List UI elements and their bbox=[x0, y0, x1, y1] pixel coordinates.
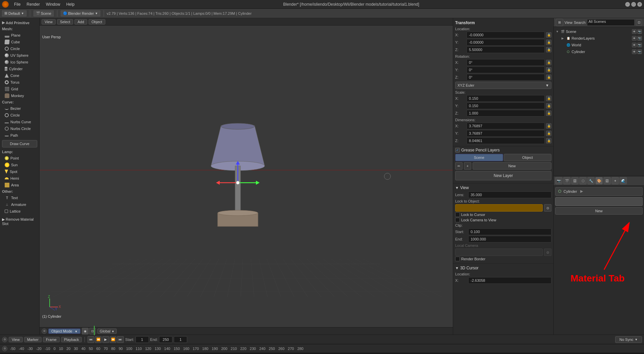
sidebar-item-uvsphere[interactable]: UV Sphere bbox=[0, 52, 39, 59]
props-tab-physics[interactable]: 🌊 bbox=[620, 177, 627, 184]
cursor-x-field[interactable]: -2.63058 bbox=[468, 277, 551, 284]
sidebar-item-torus[interactable]: Torus bbox=[0, 79, 39, 86]
sidebar-item-path[interactable]: Path bbox=[0, 132, 39, 139]
cursor-section-title[interactable]: ▼ 3D Cursor bbox=[455, 265, 551, 271]
cyl-eye-btn[interactable]: 👁 bbox=[632, 49, 637, 54]
viewport-view-btn[interactable]: View bbox=[42, 19, 56, 25]
outliner-filter-icon[interactable]: ⊡ bbox=[636, 19, 642, 26]
scale-x-lock[interactable]: 🔒 bbox=[546, 96, 551, 101]
play-end-btn[interactable]: ⏭ bbox=[117, 336, 124, 343]
world-eye-btn[interactable]: 👁 bbox=[632, 43, 637, 47]
draw-curve-btn[interactable]: Draw Curve bbox=[2, 140, 37, 147]
sidebar-item-bezier[interactable]: Bezier bbox=[0, 105, 39, 112]
scale-z-lock[interactable]: 🔒 bbox=[546, 110, 551, 116]
viewport-canvas[interactable]: User Persp bbox=[40, 26, 453, 327]
add-primitive-title[interactable]: ▶ Add Primitive bbox=[0, 19, 39, 26]
scale-y-field[interactable]: 0.150 bbox=[467, 102, 545, 109]
shading-solid-btn[interactable]: ◉ bbox=[82, 328, 89, 335]
sidebar-item-cone[interactable]: Cone bbox=[0, 72, 39, 79]
scene-eye-btn[interactable]: 👁 bbox=[632, 29, 637, 34]
timeline-frame-btn[interactable]: Frame bbox=[43, 337, 60, 342]
gp-add-icon[interactable]: + bbox=[464, 162, 471, 170]
rl-render-btn[interactable]: 📷 bbox=[637, 36, 642, 41]
clip-end-field[interactable]: 1000.000 bbox=[468, 236, 551, 242]
sidebar-item-armature[interactable]: ⊥ Armature bbox=[0, 201, 39, 208]
sidebar-item-icosphere[interactable]: Ico Sphere bbox=[0, 59, 39, 65]
window-minimize[interactable]: − bbox=[625, 2, 630, 7]
sidebar-item-text[interactable]: T Text bbox=[0, 194, 39, 201]
viewport-select-btn[interactable]: Select bbox=[57, 19, 73, 25]
dim-z-lock[interactable]: 🔒 bbox=[546, 138, 551, 143]
engine-select-btn[interactable]: 🔵 Blender Render ▼ bbox=[60, 10, 101, 17]
props-tab-texture[interactable]: 🖼 bbox=[603, 177, 611, 184]
props-tab-object[interactable]: ⬡ bbox=[579, 177, 587, 184]
global-dropdown[interactable]: Global ▼ bbox=[97, 328, 117, 334]
window-close[interactable]: × bbox=[637, 2, 642, 7]
lens-field[interactable]: 35.000 bbox=[468, 191, 551, 198]
outliner-scene-select[interactable]: All Scenes bbox=[587, 19, 635, 26]
gp-new-btn[interactable]: New bbox=[473, 162, 551, 170]
scale-z-field[interactable]: 1.000 bbox=[467, 110, 545, 117]
gp-object-tab[interactable]: Object bbox=[504, 154, 552, 161]
timeline-view-btn[interactable]: View bbox=[9, 337, 23, 342]
sidebar-item-hemi[interactable]: Hemi bbox=[0, 175, 39, 182]
sidebar-item-spot[interactable]: Spot bbox=[0, 168, 39, 175]
render-layers-tree-item[interactable]: ▶ 📋 RenderLayers 👁 📷 bbox=[554, 35, 644, 42]
outliner-icon-btn[interactable]: ⊞ bbox=[556, 19, 563, 26]
clip-start-field[interactable]: 0.100 bbox=[468, 228, 551, 235]
timeline-playback-btn[interactable]: Playback bbox=[61, 337, 82, 342]
loc-z-field[interactable]: 5.50000 bbox=[467, 46, 545, 53]
props-tab-particles[interactable]: ✦ bbox=[611, 177, 619, 184]
scale-y-lock[interactable]: 🔒 bbox=[546, 103, 551, 108]
menu-window[interactable]: Window bbox=[43, 1, 63, 7]
sidebar-item-lattice[interactable]: Lattice bbox=[0, 208, 39, 215]
dim-y-lock[interactable]: 🔒 bbox=[546, 131, 551, 136]
lock-cursor-cb[interactable] bbox=[455, 212, 460, 217]
world-tree-item[interactable]: 🌐 World 👁 📷 bbox=[554, 42, 644, 48]
scene-tree-item[interactable]: ▼ 🎬 Scene 👁 📷 bbox=[554, 28, 644, 35]
sidebar-item-monkey[interactable]: Monkey bbox=[0, 92, 39, 99]
cyl-render-btn[interactable]: 📷 bbox=[637, 49, 642, 54]
shading-wire-btn[interactable]: ⊡ bbox=[89, 328, 96, 335]
menu-render[interactable]: Render bbox=[24, 1, 42, 7]
rot-y-field[interactable]: 0° bbox=[467, 67, 545, 73]
sidebar-item-grid[interactable]: Grid bbox=[0, 86, 39, 92]
scene-render-btn[interactable]: 📷 bbox=[637, 29, 642, 34]
props-tab-scene[interactable]: 🎬 bbox=[563, 177, 571, 184]
window-maximize[interactable]: □ bbox=[631, 2, 636, 7]
dim-x-field[interactable]: 3.76897 bbox=[467, 123, 545, 129]
sidebar-item-cube[interactable]: Cube bbox=[0, 39, 39, 45]
material-slot-field[interactable] bbox=[555, 197, 643, 206]
start-frame-field[interactable]: 1 bbox=[136, 336, 149, 343]
viewport-add-btn[interactable]: Add bbox=[74, 19, 87, 25]
dim-x-lock[interactable]: 🔒 bbox=[546, 123, 551, 129]
sidebar-item-point[interactable]: Point bbox=[0, 155, 39, 162]
sidebar-item-circle[interactable]: Circle bbox=[0, 45, 39, 52]
sidebar-item-sun[interactable]: Sun bbox=[0, 162, 39, 168]
viewport-icon-btn[interactable]: ⊙ bbox=[42, 328, 47, 334]
props-tab-camera[interactable]: 📷 bbox=[555, 177, 562, 184]
rot-x-lock[interactable]: 🔒 bbox=[546, 60, 551, 65]
rot-x-field[interactable]: 0° bbox=[467, 59, 545, 66]
outliner-search-btn[interactable]: Search bbox=[574, 20, 586, 25]
cylinder-tree-item[interactable]: ⬡ Cylinder 👁 📷 bbox=[554, 48, 644, 55]
loc-y-field[interactable]: -0.00000 bbox=[467, 39, 545, 46]
screen-layout-btn[interactable]: ⊞ Default ▼ bbox=[1, 10, 27, 17]
dim-z-field[interactable]: 8.04861 bbox=[467, 137, 545, 144]
step-back-btn[interactable]: ⏪ bbox=[95, 336, 102, 343]
loc-x-field[interactable]: -0.00000 bbox=[467, 32, 545, 38]
dim-y-field[interactable]: 3.76897 bbox=[467, 130, 545, 137]
sidebar-item-area[interactable]: Area bbox=[0, 182, 39, 188]
status-icon[interactable]: ⊙ bbox=[2, 346, 7, 351]
sync-dropdown[interactable]: No Sync ▼ bbox=[615, 336, 642, 343]
viewport-object-btn[interactable]: Object bbox=[89, 19, 105, 25]
current-frame-field[interactable]: 1 bbox=[174, 336, 187, 343]
world-render-btn[interactable]: 📷 bbox=[637, 43, 642, 47]
rl-eye-btn[interactable]: 👁 bbox=[632, 36, 637, 41]
sidebar-item-nurbs-curve[interactable]: Nurbs Curve bbox=[0, 119, 39, 125]
lock-object-field[interactable] bbox=[455, 204, 543, 212]
play-btn[interactable]: ▶ bbox=[102, 336, 109, 343]
menu-file[interactable]: File bbox=[11, 1, 23, 7]
view-section-title[interactable]: ▼ View bbox=[455, 185, 551, 191]
transform-title[interactable]: Transform bbox=[455, 19, 551, 26]
